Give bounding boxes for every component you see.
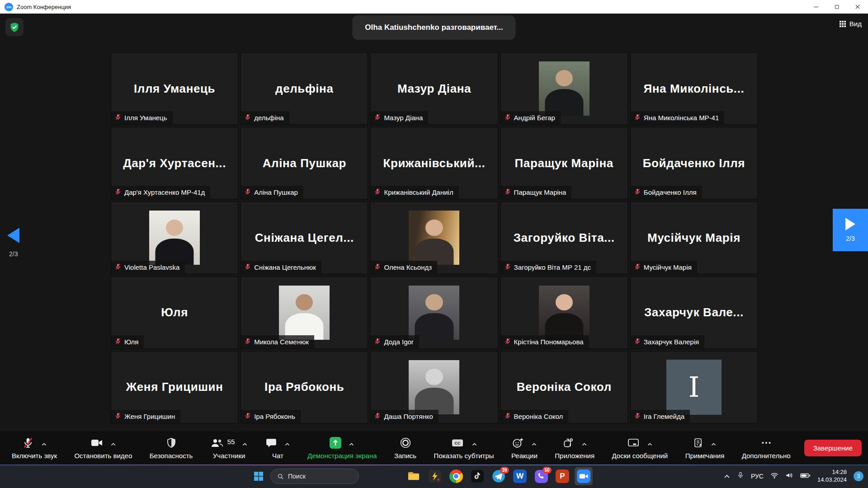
toolbar-participants-button[interactable]: 55Участники [208, 436, 250, 460]
security-shield-button[interactable] [5, 18, 24, 36]
toolbar-share-screen-button[interactable]: Демонстрация экрана [306, 436, 378, 460]
taskbar-search[interactable]: Поиск [270, 469, 359, 484]
participant-tile[interactable]: Іра РябоконьІра Рябоконь [241, 351, 368, 423]
next-page-control[interactable]: 2/3 [833, 209, 868, 251]
taskbar-apps: 39W50P [405, 465, 593, 488]
participant-tile[interactable]: дельфінадельфіна [241, 52, 368, 125]
participant-tile[interactable]: Микола Семенюк [241, 277, 368, 349]
volume-icon[interactable] [785, 472, 793, 481]
participant-label-text: Андрій Бегар [514, 114, 555, 122]
participant-display-name: дельфіна [272, 82, 337, 96]
viber-taskbar-icon[interactable]: 50 [532, 467, 550, 485]
shield-icon [166, 437, 177, 450]
participant-tile[interactable]: Аліна ПушкарАліна Пушкар [241, 127, 368, 199]
toolbar-apps-button[interactable]: Приложения [553, 436, 596, 460]
minimize-button[interactable] [806, 0, 826, 14]
participant-name-label: Іра Рябоконь [241, 410, 301, 423]
close-button[interactable] [847, 0, 868, 14]
participant-avatar-initial: I [666, 360, 722, 415]
search-icon [277, 473, 284, 480]
participant-tile[interactable]: ЮляЮля [111, 277, 238, 349]
word-taskbar-icon[interactable]: W [511, 467, 529, 485]
participant-tile[interactable]: Бойдаченко ІлляБойдаченко Ілля [630, 127, 758, 199]
utility-app-taskbar-icon[interactable] [426, 467, 444, 485]
participant-tile[interactable]: Андрій Бегар [500, 52, 628, 125]
wifi-icon[interactable] [770, 472, 778, 481]
notification-count-badge[interactable]: 3 [854, 471, 863, 481]
previous-page-control: 2/3 [7, 228, 19, 258]
participant-tile[interactable]: Женя ГрицишинЖеня Грицишин [111, 351, 238, 423]
toolbar-record-button[interactable]: Запись [392, 436, 418, 460]
window-controls [806, 0, 868, 14]
maximize-button[interactable] [826, 0, 847, 14]
participant-tile[interactable]: Дар'я Хуртасен...Дар'я Хуртасенко МР-41д [111, 127, 238, 199]
mic-muted-icon [114, 412, 122, 421]
toolbar-more-button[interactable]: Дополнительно [740, 436, 793, 460]
tray-chevron-icon[interactable] [724, 472, 730, 480]
participant-name-label: дельфіна [241, 111, 289, 124]
participant-tile[interactable]: Крижанівський...Крижанівський Даниіл [370, 127, 498, 199]
chevron-up-icon[interactable] [531, 440, 537, 448]
participant-tile[interactable]: Сніжана Цегел...Сніжана Цегельнюк [241, 202, 368, 274]
tray-mic-icon[interactable] [737, 471, 744, 481]
mic-muted-icon [244, 188, 251, 197]
chevron-up-icon[interactable] [242, 440, 248, 448]
chevron-up-icon[interactable] [647, 440, 653, 448]
powerpoint-taskbar-icon[interactable]: P [553, 467, 571, 485]
participant-tile[interactable]: Мазур ДіанаМазур Діана [370, 52, 498, 125]
participant-tile[interactable]: Даша Портянко [370, 351, 498, 423]
telegram-taskbar-icon[interactable]: 39 [490, 467, 508, 485]
page-indicator-right: 2/3 [846, 235, 854, 242]
participant-tile[interactable]: Крістіна Пономарьова [500, 277, 628, 349]
end-meeting-button[interactable]: Завершение [804, 440, 862, 456]
participant-tile[interactable]: Олена Ксьондз [370, 202, 498, 274]
chrome-taskbar-icon[interactable] [447, 467, 465, 485]
clock[interactable]: 14:28 14.03.2024 [817, 469, 847, 484]
participant-tile[interactable]: IIra Глемейда [630, 351, 758, 423]
toolbar-video-button[interactable]: Остановить видео [72, 436, 134, 460]
participant-display-name: Вероніка Сокол [513, 380, 615, 394]
view-button[interactable]: Вид [839, 20, 862, 28]
previous-page-arrow[interactable] [7, 228, 19, 243]
participant-tile[interactable]: Вероніка СоколВероніка Сокол [500, 351, 628, 423]
participant-tile[interactable]: Яна Миколінсь...Яна Миколінська МР-41 [630, 52, 758, 125]
cc-icon: CC [451, 437, 464, 450]
toolbar-whiteboard-button[interactable]: Доски сообщений [610, 436, 670, 460]
toolbar-chat-button[interactable]: Чат [264, 436, 292, 460]
mic-muted-icon [22, 437, 34, 450]
participant-tile[interactable]: Мусійчук МаріяМусійчук Марія [630, 202, 758, 274]
chevron-up-icon[interactable] [581, 440, 587, 448]
apps-icon [562, 437, 574, 450]
taskbar-left-group: Поиск [253, 465, 359, 488]
toolbar-reactions-button[interactable]: Реакции [509, 436, 539, 460]
start-button[interactable] [253, 471, 264, 482]
chevron-up-icon[interactable] [284, 440, 290, 448]
mic-muted-icon [504, 263, 511, 272]
participant-label-text: Ira Глемейда [644, 413, 684, 420]
mic-muted-icon [634, 113, 641, 122]
language-indicator[interactable]: РУС [751, 473, 764, 480]
toolbar-shield-button[interactable]: Безопасность [148, 436, 195, 460]
mic-muted-icon [504, 113, 511, 122]
tiktok-taskbar-icon[interactable] [468, 467, 486, 485]
toolbar-cc-button[interactable]: CCПоказать субтитры [432, 436, 496, 460]
participant-tile[interactable]: Загоруйко Віта...Загоруйко Віта МР 21 дс [500, 202, 628, 274]
participant-tile[interactable]: Ілля УманецьІлля Уманець [111, 52, 238, 125]
mic-muted-icon [634, 263, 641, 272]
chevron-up-icon[interactable] [41, 440, 47, 448]
explorer-folder-taskbar-icon[interactable] [405, 467, 423, 485]
participant-tile[interactable]: Дода Igor [370, 277, 498, 349]
chevron-up-icon[interactable] [472, 440, 477, 448]
participant-display-name: Крижанівський... [380, 156, 489, 170]
zoom-taskbar-icon[interactable] [575, 467, 593, 485]
chevron-up-icon[interactable] [711, 440, 717, 448]
toolbar-notes-button[interactable]: Примечания [684, 436, 726, 460]
meeting-toolbar: Включить звукОстановить видеоБезопасност… [0, 432, 868, 465]
participant-tile[interactable]: Захарчук Вале...Захарчук Валерія [630, 277, 758, 349]
chevron-up-icon[interactable] [349, 440, 354, 448]
toolbar-mic-muted-button[interactable]: Включить звук [10, 436, 59, 460]
battery-icon[interactable] [800, 472, 811, 481]
participant-tile[interactable]: Паращук МарінаПаращук Маріна [500, 127, 628, 199]
participant-tile[interactable]: Violetta Paslavska [111, 202, 238, 274]
chevron-up-icon[interactable] [110, 440, 116, 448]
